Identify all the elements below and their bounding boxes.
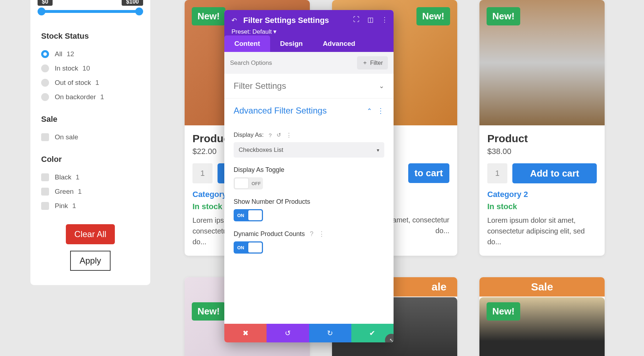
- field-label: Display As Toggle: [234, 166, 384, 174]
- filter-sidebar: $0 $100 Stock Status All 12 In stock 10 …: [30, 0, 150, 285]
- option-count: 10: [82, 64, 90, 72]
- slider-thumb-max[interactable]: [135, 8, 143, 15]
- new-badge: New!: [487, 7, 520, 25]
- product-title: Product: [487, 133, 597, 145]
- more-icon[interactable]: ⋮: [286, 132, 292, 138]
- stock-option-all[interactable]: All 12: [41, 50, 140, 58]
- option-count: 1: [75, 173, 79, 181]
- option-label: On backorder: [55, 93, 96, 101]
- show-number-toggle-switch[interactable]: ON: [234, 209, 263, 221]
- reset-icon[interactable]: ↺: [277, 132, 281, 138]
- option-label: All: [55, 50, 62, 58]
- radio-icon: [41, 93, 49, 101]
- chevron-up-icon: ⌃: [367, 107, 372, 115]
- product-category[interactable]: Category 2: [487, 190, 597, 199]
- field-label: Show Number Of Products: [234, 198, 384, 206]
- more-icon[interactable]: ⋮: [318, 230, 325, 238]
- option-label: Out of stock: [55, 79, 91, 87]
- product-card[interactable]: Sale New!: [479, 277, 605, 356]
- checkbox-icon: [41, 173, 49, 181]
- new-badge: New!: [192, 7, 225, 25]
- preset-dropdown[interactable]: Preset: Default ▾: [231, 28, 386, 35]
- add-to-cart-button[interactable]: Add to cart: [512, 163, 597, 183]
- tab-content[interactable]: Content: [224, 35, 270, 52]
- filter-settings-modal: ↶ Filter Settings Settings Preset: Defau…: [224, 10, 394, 342]
- product-stock: In stock: [487, 202, 597, 211]
- radio-icon: [41, 50, 49, 58]
- option-label: In stock: [55, 64, 78, 72]
- sale-heading: Sale: [41, 115, 140, 124]
- tab-design[interactable]: Design: [270, 35, 313, 52]
- apply-button[interactable]: Apply: [70, 251, 110, 271]
- radio-icon: [41, 79, 49, 87]
- tab-advanced[interactable]: Advanced: [313, 35, 365, 52]
- back-icon[interactable]: ↶: [231, 16, 237, 24]
- product-card[interactable]: New! Product $38.00 Add to cart Category…: [479, 0, 605, 256]
- sale-option-onsale[interactable]: On sale: [41, 133, 140, 141]
- filter-add-button[interactable]: ＋Filter: [357, 56, 388, 69]
- clear-all-button[interactable]: Clear All: [66, 224, 115, 244]
- add-to-cart-button[interactable]: to cart: [408, 163, 449, 183]
- quantity-input[interactable]: [487, 163, 507, 183]
- cancel-button[interactable]: ✖: [224, 324, 267, 342]
- quantity-input[interactable]: [192, 163, 213, 183]
- field-label-row: Dynamic Product Counts ? ⋮: [234, 230, 384, 238]
- sale-badge: Sale: [479, 277, 605, 297]
- color-option-green[interactable]: Green 1: [41, 188, 140, 196]
- columns-icon[interactable]: ◫: [367, 16, 374, 24]
- help-icon[interactable]: ?: [269, 132, 272, 138]
- toggle-knob: [235, 178, 248, 188]
- color-option-black[interactable]: Black 1: [41, 173, 140, 181]
- price-range-slider[interactable]: $0 $100: [38, 0, 143, 18]
- group-title: Filter Settings: [234, 81, 286, 91]
- more-icon[interactable]: ⋮: [377, 107, 384, 115]
- option-count: 1: [95, 79, 99, 87]
- stock-option-backorder[interactable]: On backorder 1: [41, 93, 140, 101]
- new-badge: New!: [487, 302, 520, 321]
- new-badge: New!: [416, 7, 450, 25]
- slider-thumb-min[interactable]: [38, 8, 45, 15]
- radio-icon: [41, 64, 49, 72]
- option-label: On sale: [55, 133, 78, 141]
- option-count: 1: [78, 188, 82, 196]
- modal-title: Filter Settings Settings: [243, 16, 329, 25]
- checkbox-icon: [41, 202, 49, 210]
- field-label: Display As:: [234, 131, 264, 139]
- option-label: Green: [55, 188, 74, 196]
- option-count: 12: [67, 50, 74, 58]
- filter-btn-label: Filter: [370, 60, 383, 66]
- more-icon[interactable]: ⋮: [381, 16, 388, 24]
- option-count: 1: [72, 202, 76, 210]
- option-label: Pink: [55, 202, 68, 210]
- stock-option-instock[interactable]: In stock 10: [41, 64, 140, 72]
- group-advanced-filter-settings[interactable]: Advanced Filter Settings ⌃ ⋮: [224, 98, 394, 123]
- stock-option-outofstock[interactable]: Out of stock 1: [41, 79, 140, 87]
- group-filter-settings[interactable]: Filter Settings ⌄: [224, 74, 394, 98]
- stock-status-heading: Stock Status: [41, 32, 140, 41]
- group-title: Advanced Filter Settings: [234, 106, 327, 116]
- modal-tabs: Content Design Advanced: [224, 35, 394, 52]
- checkbox-icon: [41, 188, 49, 196]
- color-option-pink[interactable]: Pink 1: [41, 202, 140, 210]
- toggle-state: ON: [237, 245, 244, 250]
- undo-button[interactable]: ↺: [267, 324, 309, 342]
- search-input[interactable]: [230, 59, 325, 67]
- option-count: 1: [100, 93, 104, 101]
- dynamic-counts-toggle-switch[interactable]: ON: [234, 241, 263, 254]
- plus-icon: ＋: [362, 59, 368, 67]
- color-heading: Color: [41, 155, 140, 164]
- slider-track[interactable]: [41, 10, 140, 13]
- option-label: Black: [55, 173, 71, 181]
- modal-search-bar: ＋Filter: [224, 52, 394, 74]
- expand-icon[interactable]: ⛶: [353, 16, 360, 24]
- field-display-as: Display As: ? ↺ ⋮ Checkboxes List ▾: [224, 123, 394, 158]
- field-label: Dynamic Product Counts: [234, 230, 305, 238]
- new-badge: New!: [192, 302, 225, 321]
- toggle-state: OFF: [252, 181, 261, 186]
- product-price: $38.00: [487, 147, 597, 156]
- display-as-toggle-switch[interactable]: OFF: [234, 177, 263, 189]
- help-icon[interactable]: ?: [310, 230, 313, 238]
- chevron-down-icon: ⌄: [379, 82, 384, 90]
- display-as-select[interactable]: Checkboxes List: [234, 142, 384, 158]
- redo-button[interactable]: ↻: [309, 324, 351, 342]
